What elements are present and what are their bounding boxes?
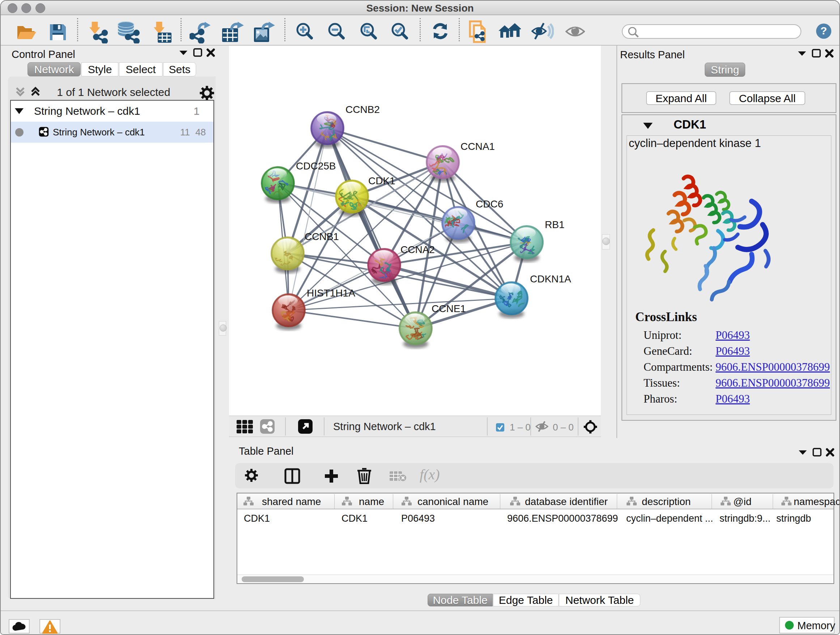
svg-text:CCNA2: CCNA2 xyxy=(401,244,435,255)
svg-text:CDC6: CDC6 xyxy=(476,198,503,210)
svg-text:?: ? xyxy=(821,25,827,36)
svg-text:CDK1: CDK1 xyxy=(368,175,395,187)
svg-text:CDC25B: CDC25B xyxy=(296,160,336,172)
svg-text:CCNA1: CCNA1 xyxy=(461,141,495,152)
svg-text:CCNB2: CCNB2 xyxy=(346,104,380,115)
svg-text:CCNB1: CCNB1 xyxy=(305,231,339,242)
svg-text:CCNE1: CCNE1 xyxy=(431,303,466,314)
svg-text:RB1: RB1 xyxy=(545,219,564,230)
svg-text:HIST1H1A: HIST1H1A xyxy=(307,287,355,299)
svg-text:CDKN1A: CDKN1A xyxy=(530,273,571,285)
